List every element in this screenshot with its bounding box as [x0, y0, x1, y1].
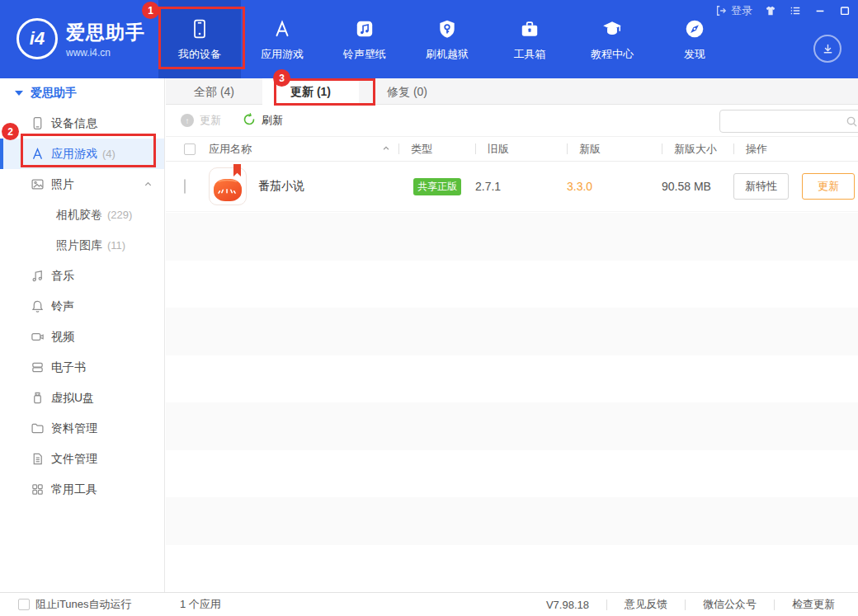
search-icon: [846, 115, 858, 131]
sort-asc-icon[interactable]: [382, 143, 390, 155]
tomato-novel-app-icon: [209, 167, 247, 205]
nav-item-toolbox[interactable]: 工具箱: [488, 0, 571, 78]
nav-item-flash-jailbreak[interactable]: 刷机越狱: [406, 0, 488, 78]
update-button-label: 更新: [200, 113, 221, 128]
theme-skin-icon[interactable]: [764, 4, 777, 17]
video-icon: [30, 330, 45, 345]
collapse-chevron-icon[interactable]: [144, 177, 153, 192]
i4-logo-icon: i4: [16, 18, 58, 59]
sidebar-item-apps-games[interactable]: 应用游戏(4): [0, 139, 164, 169]
nav-item-label: 刷机越狱: [426, 47, 469, 62]
window-controls: 登录: [714, 3, 851, 18]
sidebar-root-device[interactable]: 爱思助手: [0, 78, 164, 108]
status-bar: 阻止iTunes自动运行 1 个应用 V7.98.18 意见反馈 微信公众号 检…: [0, 592, 858, 616]
select-all-checkbox[interactable]: [184, 143, 196, 155]
column-divider: [398, 143, 399, 154]
appstore-icon: [271, 16, 293, 40]
nav-item-label: 铃声壁纸: [343, 47, 386, 62]
shield-key-icon: [436, 16, 458, 40]
bell-icon: [30, 299, 45, 314]
tab-update[interactable]: 更新 (1): [262, 78, 359, 105]
sidebar-item-videos[interactable]: 视频: [0, 322, 164, 352]
item-count: (11): [107, 239, 125, 252]
column-header-name[interactable]: 应用名称: [209, 142, 252, 157]
menu-list-icon[interactable]: [789, 4, 802, 17]
sidebar-item-ebooks[interactable]: 电子书: [0, 352, 164, 383]
sidebar-item-label: 资料管理: [51, 421, 97, 436]
update-button[interactable]: ↑ 更新: [181, 113, 221, 128]
table-row: 番茄小说 共享正版 2.7.1 3.3.0 90.58 MB 新特性 更新: [166, 162, 858, 212]
tab-repair[interactable]: 修复 (0): [359, 78, 455, 104]
genuine-share-badge: 共享正版: [413, 178, 461, 195]
appstore-icon: [30, 147, 45, 162]
sidebar-item-music[interactable]: 音乐: [0, 261, 164, 291]
login-button[interactable]: 登录: [714, 3, 752, 18]
sidebar-item-label: 应用游戏(4): [51, 147, 116, 162]
nav-item-label: 应用游戏: [261, 47, 304, 62]
sidebar-item-label: 铃声: [51, 299, 74, 314]
logo-url: www.i4.cn: [66, 47, 145, 59]
refresh-button[interactable]: 刷新: [243, 113, 283, 129]
sidebar-item-label: 照片图库(11): [56, 238, 125, 253]
column-header-old-version: 旧版: [488, 142, 509, 157]
item-count: (229): [107, 209, 132, 221]
refresh-button-label: 刷新: [262, 113, 283, 128]
row-update-button[interactable]: 更新: [802, 173, 855, 200]
phone-icon: [189, 16, 210, 40]
feedback-link[interactable]: 意见反馈: [607, 597, 685, 612]
tab-all[interactable]: 全部 (4): [166, 78, 262, 104]
sidebar-item-data-management[interactable]: 资料管理: [0, 413, 164, 444]
nav-item-my-device[interactable]: 我的设备: [158, 0, 241, 78]
sidebar-item-label: 视频: [51, 330, 74, 345]
sidebar-item-photo-library[interactable]: 照片图库(11): [0, 230, 164, 261]
sidebar-item-file-management[interactable]: 文件管理: [0, 444, 164, 474]
nav-item-tutorial-center[interactable]: 教程中心: [571, 0, 653, 78]
file-icon: [30, 452, 45, 467]
maximize-icon[interactable]: [838, 4, 851, 17]
column-header-type: 类型: [411, 142, 432, 157]
nav-item-label: 发现: [684, 47, 705, 62]
column-divider: [475, 143, 476, 154]
nav-item-label: 教程中心: [591, 47, 634, 62]
sidebar-item-ringtones[interactable]: 铃声: [0, 291, 164, 322]
block-itunes-checkbox[interactable]: [18, 599, 30, 610]
column-divider: [733, 143, 734, 154]
usb-drive-icon: [30, 391, 45, 406]
sidebar-item-common-tools[interactable]: 常用工具: [0, 474, 164, 505]
download-circle-icon[interactable]: [813, 35, 842, 63]
sidebar-root-label: 爱思助手: [31, 86, 77, 101]
tab-strip: 全部 (4) 更新 (1) 修复 (0): [166, 78, 858, 105]
old-version-value: 2.7.1: [469, 180, 530, 193]
main-content: 全部 (4) 更新 (1) 修复 (0) ↑ 更新 刷新: [166, 78, 858, 592]
sidebar-item-virtual-usb[interactable]: 虚拟U盘: [0, 383, 164, 413]
update-circle-icon: ↑: [181, 114, 194, 127]
app-header: i4 爱思助手 www.i4.cn 我的设备 应用游戏: [0, 0, 858, 78]
app-logo: i4 爱思助手 www.i4.cn: [16, 18, 145, 59]
nav-item-ringtones-wallpapers[interactable]: 铃声壁纸: [323, 0, 406, 78]
column-header-new-version: 新版: [579, 142, 601, 157]
minimize-icon[interactable]: [813, 4, 827, 17]
check-update-link[interactable]: 检查更新: [775, 597, 852, 612]
new-version-value: 3.3.0: [530, 180, 625, 193]
app-count-status: 1 个应用: [180, 593, 221, 616]
sidebar-item-photos[interactable]: 照片: [0, 169, 164, 200]
toolbar: ↑ 更新 刷新: [166, 105, 858, 136]
app-name[interactable]: 番茄小说: [258, 179, 304, 194]
search-input[interactable]: [727, 111, 842, 131]
column-divider: [567, 143, 568, 154]
version-label: V7.98.18: [529, 599, 606, 611]
login-icon: [714, 4, 728, 17]
refresh-icon: [243, 113, 256, 129]
wechat-official-link[interactable]: 微信公众号: [686, 597, 774, 612]
sidebar-item-device-info[interactable]: 设备信息: [0, 108, 164, 139]
size-value: 90.58 MB: [625, 180, 720, 193]
new-features-button[interactable]: 新特性: [733, 173, 789, 200]
sidebar-item-label: 常用工具: [51, 482, 97, 497]
row-checkbox[interactable]: [184, 179, 186, 194]
app-window: i4 爱思助手 www.i4.cn 我的设备 应用游戏: [0, 0, 858, 616]
column-divider: [662, 143, 662, 154]
sidebar-item-camera-roll[interactable]: 相机胶卷(229): [0, 200, 164, 230]
compass-icon: [684, 16, 705, 40]
nav-item-apps-games[interactable]: 应用游戏: [241, 0, 323, 78]
sidebar-item-label: 照片: [51, 177, 74, 192]
